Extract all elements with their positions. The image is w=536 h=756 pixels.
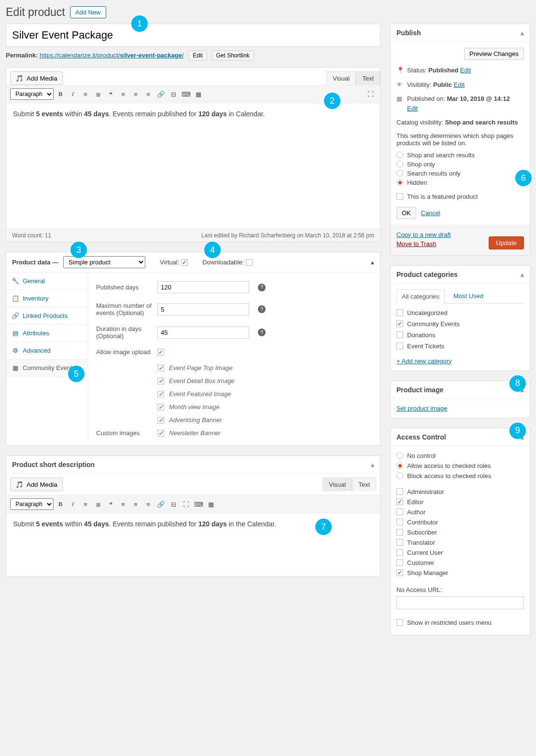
catalog-search-only-radio[interactable]: [396, 170, 403, 177]
add-media-button[interactable]: 🎵 Add Media: [10, 478, 63, 491]
panel-toggle-icon[interactable]: ▴: [521, 271, 524, 278]
quote-icon[interactable]: ❝: [105, 498, 116, 510]
role-customer-checkbox[interactable]: [396, 559, 403, 566]
cat-tab-all[interactable]: All categories: [396, 289, 445, 303]
align-center-icon[interactable]: ≡: [130, 498, 141, 510]
italic-icon[interactable]: I: [67, 88, 79, 100]
help-icon[interactable]: ?: [258, 305, 266, 313]
align-center-icon[interactable]: ≡: [130, 88, 141, 100]
pd-tab-attributes[interactable]: ▤Attributes: [6, 325, 88, 342]
permalink-edit-button[interactable]: Edit: [188, 51, 207, 60]
catalog-ok-button[interactable]: OK: [396, 207, 416, 219]
keyboard-icon[interactable]: ⌨: [180, 88, 192, 100]
get-shortlink-button[interactable]: Get Shortlink: [212, 51, 254, 60]
bold-icon[interactable]: B: [55, 498, 66, 510]
cat-tickets-checkbox[interactable]: [396, 343, 403, 349]
link-icon[interactable]: 🔗: [155, 88, 167, 100]
max-events-input[interactable]: [157, 303, 249, 316]
align-right-icon[interactable]: ≡: [142, 498, 154, 510]
align-right-icon[interactable]: ≡: [142, 88, 154, 100]
panel-toggle-icon[interactable]: ▴: [371, 259, 374, 266]
keyboard-icon[interactable]: ⌨: [193, 498, 204, 510]
img-detail-checkbox[interactable]: [157, 378, 164, 385]
format-select[interactable]: Paragraph: [10, 88, 54, 100]
pd-tab-advanced[interactable]: ⚙Advanced: [6, 342, 88, 359]
cat-community-checkbox[interactable]: [396, 320, 403, 327]
virtual-checkbox[interactable]: [181, 259, 188, 266]
panel-toggle-icon[interactable]: ▴: [371, 461, 374, 468]
editor-tab-text[interactable]: Text: [352, 478, 376, 491]
role-author-checkbox[interactable]: [396, 509, 403, 515]
permalink-url[interactable]: https://calendarize.it/product/silver-ev…: [40, 52, 183, 59]
editor-tab-text[interactable]: Text: [356, 71, 380, 85]
add-new-button[interactable]: Add New: [70, 6, 106, 18]
bullet-list-icon[interactable]: ≡: [80, 498, 91, 510]
cat-uncategorized-checkbox[interactable]: [396, 309, 403, 316]
panel-toggle-icon[interactable]: ▴: [521, 29, 524, 37]
edit-status-link[interactable]: Edit: [460, 67, 471, 74]
access-block-radio[interactable]: [396, 472, 403, 479]
role-subscriber-checkbox[interactable]: [396, 529, 403, 536]
access-allow-radio[interactable]: [396, 462, 403, 469]
role-contributor-checkbox[interactable]: [396, 519, 403, 525]
align-left-icon[interactable]: ≡: [117, 88, 129, 100]
featured-product-checkbox[interactable]: [396, 193, 403, 200]
img-featured-checkbox[interactable]: [157, 391, 164, 398]
number-list-icon[interactable]: ≣: [92, 88, 104, 100]
product-title-input[interactable]: [6, 24, 381, 47]
link-icon[interactable]: 🔗: [155, 498, 167, 510]
catalog-hidden-radio[interactable]: [396, 179, 403, 186]
bold-icon[interactable]: B: [55, 88, 66, 100]
no-access-url-input[interactable]: [396, 596, 524, 609]
align-left-icon[interactable]: ≡: [117, 498, 129, 510]
img-top-checkbox[interactable]: [157, 365, 164, 371]
editor-content[interactable]: Submit 5 events within 45 days. Events r…: [6, 103, 380, 229]
add-media-button[interactable]: 🎵 Add Media: [10, 71, 63, 85]
help-icon[interactable]: ?: [258, 284, 266, 291]
quote-icon[interactable]: ❝: [105, 88, 116, 100]
italic-icon[interactable]: I: [67, 498, 79, 510]
toolbar-toggle-icon[interactable]: ▦: [205, 498, 217, 510]
edit-visibility-link[interactable]: Edit: [454, 81, 465, 88]
copy-draft-link[interactable]: Copy to a new draft: [396, 231, 451, 238]
pd-tab-general[interactable]: 🔧General: [6, 273, 88, 290]
role-admin-checkbox[interactable]: [396, 488, 403, 495]
pd-tab-linked[interactable]: 🔗Linked Products: [6, 307, 88, 325]
duration-input[interactable]: [157, 327, 249, 339]
fullscreen-icon[interactable]: ⛶: [365, 88, 376, 100]
move-trash-link[interactable]: Move to Trash: [396, 240, 451, 247]
catalog-cancel-link[interactable]: Cancel: [421, 209, 440, 217]
img-newsletter-checkbox[interactable]: [157, 430, 164, 437]
published-days-input[interactable]: [157, 281, 249, 293]
cat-donations-checkbox[interactable]: [396, 331, 403, 338]
help-icon[interactable]: ?: [258, 329, 266, 336]
bullet-list-icon[interactable]: ≡: [80, 88, 91, 100]
role-editor-checkbox[interactable]: [396, 498, 403, 505]
cat-tab-most[interactable]: Most Used: [451, 289, 485, 303]
fullscreen-icon[interactable]: ⛶: [180, 498, 192, 510]
number-list-icon[interactable]: ≣: [92, 498, 104, 510]
downloadable-checkbox[interactable]: [246, 259, 253, 266]
add-category-link[interactable]: + Add new category: [396, 357, 452, 365]
catalog-shop-search-radio[interactable]: [396, 151, 403, 158]
more-icon[interactable]: ⊟: [168, 498, 179, 510]
set-product-image-link[interactable]: Set product image: [396, 405, 448, 412]
format-select[interactable]: Paragraph: [10, 498, 54, 510]
pd-tab-inventory[interactable]: 📋Inventory: [6, 290, 88, 307]
catalog-shop-only-radio[interactable]: [396, 161, 403, 167]
more-icon[interactable]: ⊟: [168, 88, 179, 100]
allow-upload-checkbox[interactable]: [157, 349, 164, 356]
update-button[interactable]: Update: [489, 236, 524, 249]
role-translator-checkbox[interactable]: [396, 539, 403, 546]
toolbar-toggle-icon[interactable]: ▦: [193, 88, 204, 100]
show-restricted-checkbox[interactable]: [396, 619, 403, 626]
edit-date-link[interactable]: Edit: [407, 105, 418, 112]
editor-tab-visual[interactable]: Visual: [323, 478, 352, 491]
product-type-select[interactable]: Simple product: [63, 256, 145, 268]
access-none-radio[interactable]: [396, 452, 403, 459]
editor-tab-visual[interactable]: Visual: [326, 71, 356, 85]
role-current-user-checkbox[interactable]: [396, 549, 403, 556]
role-shopmgr-checkbox[interactable]: [396, 569, 403, 576]
preview-changes-button[interactable]: Preview Changes: [464, 48, 524, 60]
img-month-checkbox[interactable]: [157, 404, 164, 411]
